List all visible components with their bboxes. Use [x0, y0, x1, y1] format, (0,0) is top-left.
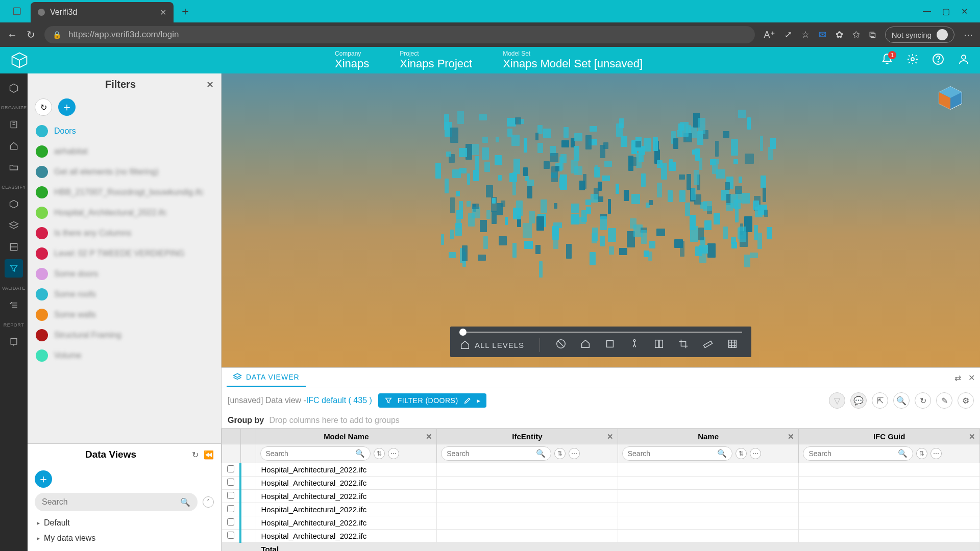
model-element[interactable] [691, 188, 695, 200]
reload-button[interactable]: ↻ [915, 392, 931, 409]
dataviews-up-button[interactable]: ˄ [203, 496, 214, 508]
model-element[interactable] [692, 149, 698, 155]
model-element[interactable] [478, 255, 486, 261]
model-element[interactable] [739, 227, 746, 242]
row-checkbox[interactable] [227, 479, 234, 486]
sort-button[interactable]: ⇅ [374, 448, 385, 459]
data-viewer-tab[interactable]: DATA VIEWER [227, 368, 306, 387]
model-element[interactable] [585, 199, 591, 205]
model-element[interactable] [673, 138, 678, 149]
col-more-button[interactable]: ⋯ [750, 448, 761, 459]
col-more-button[interactable]: ⋯ [569, 448, 580, 459]
model-element[interactable] [529, 211, 535, 223]
model-element[interactable] [543, 129, 550, 138]
model-element[interactable] [649, 241, 655, 248]
model-element[interactable] [516, 201, 523, 216]
model-element[interactable] [755, 207, 763, 217]
filters-add-button[interactable]: ＋ [58, 98, 76, 116]
model-element[interactable] [731, 237, 736, 243]
model-element[interactable] [585, 135, 592, 149]
modelset-value[interactable]: Xinaps Model Set [unsaved] [503, 57, 643, 70]
sort-button[interactable]: ⇅ [554, 448, 566, 459]
model-element[interactable] [590, 126, 597, 131]
model-element[interactable] [486, 210, 491, 219]
export-button[interactable]: ⇱ [872, 392, 888, 409]
model-element[interactable] [609, 246, 614, 255]
filter-item[interactable]: Get all elements (no filtering) [34, 162, 215, 182]
model-element[interactable] [536, 216, 544, 231]
model-element[interactable] [694, 170, 699, 185]
table-row[interactable]: Hospital_Architectural_2022.ifc [222, 463, 980, 477]
model-element[interactable] [524, 138, 527, 153]
remove-column-icon[interactable]: ✕ [788, 432, 794, 441]
crop-icon[interactable] [678, 338, 689, 352]
model-element[interactable] [738, 110, 746, 118]
model-element[interactable] [768, 147, 773, 160]
model-element[interactable] [524, 241, 533, 249]
model-element[interactable] [486, 185, 493, 197]
filter-item[interactable]: Hospital_Architectural_2022.ifc [34, 203, 215, 223]
model-element[interactable] [455, 223, 462, 236]
model-element[interactable] [560, 174, 567, 190]
model-element[interactable] [566, 244, 572, 259]
model-element[interactable] [527, 180, 534, 186]
model-element[interactable] [761, 176, 767, 188]
model-element[interactable] [482, 137, 488, 143]
filter-item[interactable]: HBB_217007_Roozdrogt_bouwkundig.ifc [34, 182, 215, 203]
model-element[interactable] [571, 214, 579, 224]
collections-icon[interactable]: ⧉ [869, 30, 876, 40]
comment-button[interactable]: 💬 [850, 392, 867, 409]
model-element[interactable] [668, 190, 673, 202]
close-window-icon[interactable]: ✕ [961, 7, 968, 16]
rail-report-icon[interactable] [5, 333, 23, 351]
column-search[interactable]: 🔍 [260, 446, 371, 461]
model-element[interactable] [629, 157, 636, 165]
model-element[interactable] [535, 245, 541, 254]
column-header[interactable]: IFC Guid✕ [799, 429, 980, 444]
rail-home-icon[interactable] [5, 79, 23, 97]
model-element[interactable] [496, 137, 499, 142]
level-slider[interactable] [459, 332, 742, 333]
model-element[interactable] [544, 161, 550, 169]
column-search[interactable]: 🔍 [803, 446, 913, 461]
model-element[interactable] [726, 203, 733, 210]
model-element[interactable] [552, 227, 559, 239]
tab-overview-button[interactable] [3, 7, 31, 16]
model-element[interactable] [725, 182, 729, 190]
refresh-icon[interactable]: ↻ [27, 29, 35, 41]
model-element[interactable] [498, 175, 502, 180]
model-element[interactable] [649, 200, 653, 205]
table-row[interactable]: Hospital_Architectural_2022.ifc [222, 530, 980, 543]
model-element[interactable] [641, 173, 646, 187]
dataviews-refresh-icon[interactable]: ↻ [192, 450, 199, 460]
model-element[interactable] [733, 159, 738, 164]
model-element[interactable] [523, 223, 532, 238]
box-icon[interactable] [604, 338, 616, 352]
model-element[interactable] [435, 163, 441, 179]
model-element[interactable] [600, 216, 607, 231]
model-element[interactable] [459, 148, 467, 157]
extensions-icon[interactable]: ✿ [836, 29, 843, 40]
model-element[interactable] [492, 198, 496, 204]
model-element[interactable] [452, 169, 460, 179]
model-element[interactable] [641, 230, 647, 244]
model-element[interactable] [639, 148, 644, 162]
model-element[interactable] [445, 179, 449, 193]
model-element[interactable] [656, 229, 665, 236]
favorite-icon[interactable]: ☆ [801, 29, 810, 40]
model-element[interactable] [597, 170, 601, 177]
model-element[interactable] [561, 140, 569, 147]
model-element[interactable] [764, 210, 768, 217]
model-element[interactable] [712, 159, 719, 164]
edit-icon[interactable] [463, 396, 472, 405]
model-element[interactable] [479, 114, 487, 120]
rail-book-icon[interactable] [5, 115, 23, 134]
model-element[interactable] [723, 131, 729, 138]
disable-icon[interactable] [555, 338, 567, 352]
model-element[interactable] [446, 152, 451, 157]
outlook-icon[interactable]: ✉ [819, 29, 826, 40]
model-element[interactable] [467, 173, 470, 185]
row-checkbox[interactable] [227, 518, 234, 525]
model-element[interactable] [450, 230, 454, 239]
model-element[interactable] [574, 166, 582, 175]
